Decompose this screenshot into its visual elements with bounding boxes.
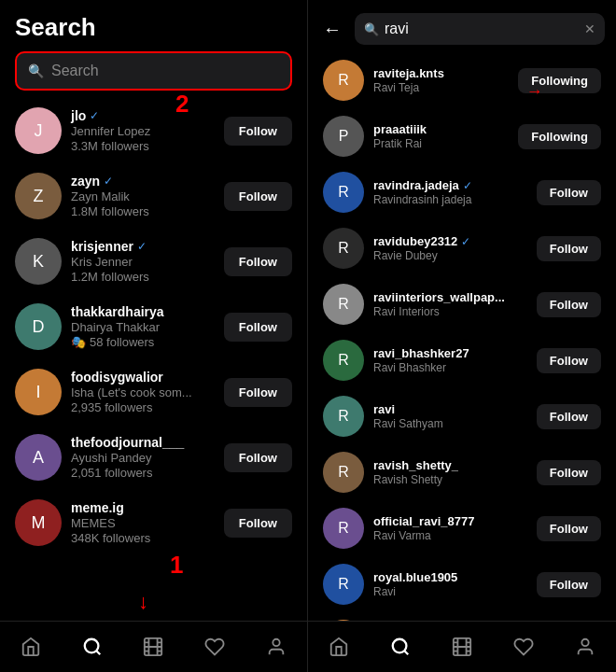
real-name: MEMES (71, 516, 215, 530)
username: praaatiiik (373, 122, 427, 136)
annotation-2: 2 (175, 90, 189, 119)
right-user-item: Rravi_bhashker27Ravi BhashkerFollow (317, 332, 607, 388)
avatar: A (15, 434, 62, 481)
avatar: R (323, 172, 364, 213)
real-name: Ravie Dubey (373, 249, 527, 262)
right-user-item: Rravi._rkoRavi HaseFollow (317, 612, 607, 621)
follow-button[interactable]: Follow (537, 348, 601, 373)
follow-button[interactable]: Follow (537, 404, 601, 429)
follow-button[interactable]: Follow (224, 117, 292, 146)
user-info: jlo✓Jennifer Lopez3.3M followers (71, 108, 215, 153)
arrow-following-indicator: ← (526, 82, 543, 102)
real-name: Isha (Let's cook som... (71, 385, 215, 399)
left-user-list: Jjlo✓Jennifer Lopez3.3M followersFollowZ… (0, 98, 307, 621)
right-user-item: Rravish_shetty_Ravish ShettyFollow (317, 444, 607, 500)
user-info: thakkardhairyaDhairya Thakkar🎭 58 follow… (71, 304, 215, 349)
avatar: R (323, 340, 364, 381)
real-name: Pratik Rai (373, 137, 509, 150)
username: raviteja.knts (373, 66, 444, 80)
follow-button[interactable]: Follow (537, 236, 601, 261)
real-name: Ayushi Pandey (71, 451, 215, 465)
real-name: Ravi Sathyam (373, 417, 527, 430)
follow-button[interactable]: Follow (537, 180, 601, 205)
followers-count: 3.3M followers (71, 139, 215, 153)
real-name: Jennifer Lopez (71, 124, 215, 138)
user-info: foodisygwaliorIsha (Let's cook som...2,9… (71, 370, 215, 414)
follow-button[interactable]: Follow (224, 509, 292, 538)
followers-count: 1.8M followers (71, 204, 215, 218)
follow-button[interactable]: Follow (224, 443, 292, 472)
user-info: thefoodjournal___Ayushi Pandey2,051 foll… (71, 435, 215, 480)
verified-badge: ✓ (463, 179, 472, 192)
follow-button[interactable]: Follow (224, 182, 292, 211)
avatar: Z (15, 173, 62, 219)
right-nav-search[interactable] (382, 637, 419, 657)
real-name: Dhairya Thakkar (71, 320, 215, 334)
search-placeholder: Search (51, 63, 99, 79)
avatar: R (323, 564, 364, 605)
nav-reels[interactable] (134, 637, 172, 657)
user-info: raviteja.kntsRavi Teja (373, 66, 509, 94)
followers-count: 🎭 58 followers (71, 335, 215, 349)
avatar: J (15, 107, 62, 154)
follow-button[interactable]: Follow (537, 572, 601, 597)
svg-point-4 (393, 639, 407, 653)
avatar: R (323, 396, 364, 437)
username: ravi (373, 402, 395, 416)
avatar: D (15, 303, 62, 350)
right-panel: ← 🔍 ravi ✕ ← Rraviteja.kntsRavi TejaFoll… (308, 0, 616, 672)
right-user-item: Rraviteja.kntsRavi TejaFollowing (317, 52, 607, 108)
followers-count: 1.2M followers (71, 270, 215, 284)
left-user-item: Athefoodjournal___Ayushi Pandey2,051 fol… (9, 425, 298, 490)
real-name: Ravindrasinh jadeja (373, 193, 527, 206)
search-bar[interactable]: 🔍 Search (15, 51, 292, 91)
search-icon: 🔍 (28, 63, 44, 78)
follow-button[interactable]: Follow (224, 378, 292, 407)
verified-badge: ✓ (104, 175, 113, 188)
user-info: ravidubey2312✓Ravie Dubey (373, 234, 527, 262)
right-search-container[interactable]: 🔍 ravi ✕ (355, 13, 605, 45)
left-user-item: Jjlo✓Jennifer Lopez3.3M followersFollow (9, 98, 298, 163)
right-search-icon: 🔍 (364, 22, 379, 36)
nav-profile[interactable] (258, 637, 295, 657)
right-search-input[interactable]: ravi (385, 21, 579, 37)
right-nav-profile[interactable] (567, 637, 604, 657)
real-name: Ravi Teja (373, 81, 509, 94)
right-user-item: Rravidubey2312✓Ravie DubeyFollow (317, 220, 607, 276)
username: foodisygwalior (71, 370, 163, 385)
right-nav-reels[interactable] (443, 637, 481, 657)
avatar: P (323, 116, 364, 157)
avatar: R (323, 228, 364, 269)
real-name: Ravi Varma (373, 529, 527, 542)
nav-home[interactable] (12, 637, 49, 657)
nav-likes[interactable] (196, 637, 233, 657)
left-user-item: Kkrisjenner✓Kris Jenner1.2M followersFol… (9, 229, 298, 294)
real-name: Ravi (373, 585, 527, 598)
username: ravish_shetty_ (373, 458, 458, 472)
follow-button[interactable]: Follow (224, 313, 292, 342)
right-nav-likes[interactable] (505, 637, 542, 657)
left-panel: Search 🔍 Search 2 Jjlo✓Jennifer Lopez3.3… (0, 0, 308, 672)
arrow-down-indicator: ↓ (138, 590, 148, 614)
avatar: R (323, 284, 364, 325)
user-info: praaatiiikPratik Rai (373, 122, 509, 150)
right-nav-home[interactable] (320, 637, 357, 657)
user-info: ravi_bhashker27Ravi Bhashker (373, 346, 527, 374)
nav-search[interactable] (74, 637, 111, 657)
following-button[interactable]: Following (518, 124, 601, 149)
user-info: raviinteriors_wallpap...Ravi Interiors (373, 290, 527, 318)
right-user-item: Rravindra.jadeja✓Ravindrasinh jadejaFoll… (317, 164, 607, 220)
user-info: krisjenner✓Kris Jenner1.2M followers (71, 239, 215, 284)
right-user-list: Rraviteja.kntsRavi TejaFollowingPpraaati… (308, 52, 616, 621)
verified-badge: ✓ (137, 240, 147, 253)
username: royal.blue1905 (373, 570, 457, 584)
follow-button[interactable]: Follow (224, 247, 292, 276)
followers-count: 2,935 followers (71, 400, 215, 414)
follow-button[interactable]: Follow (537, 516, 601, 541)
follow-button[interactable]: Follow (537, 292, 601, 317)
left-user-item: Zzayn✓Zayn Malik1.8M followersFollow (9, 163, 298, 229)
back-button[interactable]: ← (319, 15, 345, 44)
left-header: Search 🔍 Search (0, 0, 307, 98)
clear-search-button[interactable]: ✕ (584, 21, 595, 36)
follow-button[interactable]: Follow (537, 460, 601, 485)
